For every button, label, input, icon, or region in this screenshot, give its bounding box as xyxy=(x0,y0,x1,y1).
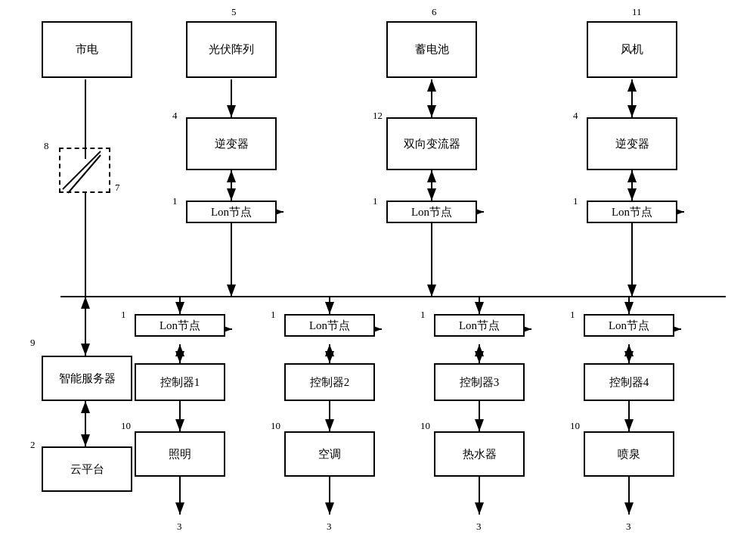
label-3b: 3 xyxy=(327,521,332,533)
label-1b: 1 xyxy=(373,195,378,207)
label-1d: 1 xyxy=(121,309,126,321)
fengji-box: 风机 xyxy=(587,21,677,78)
kongtiao-box: 空调 xyxy=(284,431,375,477)
label-10d: 10 xyxy=(570,420,580,432)
label-1a: 1 xyxy=(172,195,178,207)
switch-symbol xyxy=(59,148,110,193)
kongzhiqi4-label: 控制器4 xyxy=(609,375,649,390)
kongzhiqi4-box: 控制器4 xyxy=(584,363,674,401)
guangfu-label: 光伏阵列 xyxy=(209,42,254,57)
lon6-box: Lon节点 xyxy=(434,314,525,337)
xudianchi-label: 蓄电池 xyxy=(415,42,449,57)
label-1g: 1 xyxy=(570,309,575,321)
biandianqi1-box: 逆变器 xyxy=(186,117,277,170)
kongzhiqi3-box: 控制器3 xyxy=(434,363,525,401)
biandianqi2-box: 双向变流器 xyxy=(386,117,477,170)
lon3-label: Lon节点 xyxy=(612,205,652,219)
label-3c: 3 xyxy=(476,521,482,533)
label-1c: 1 xyxy=(573,195,578,207)
label-1f: 1 xyxy=(420,309,426,321)
biandianqi1-label: 逆变器 xyxy=(215,137,249,151)
lon4-box: Lon节点 xyxy=(135,314,225,337)
label-10b: 10 xyxy=(271,420,280,432)
label-10c: 10 xyxy=(420,420,430,432)
yunpingtai-label: 云平台 xyxy=(70,462,104,477)
svg-line-41 xyxy=(63,151,101,189)
shidian-box: 市电 xyxy=(42,21,132,78)
lon6-label: Lon节点 xyxy=(459,319,500,333)
kongzhiqi1-box: 控制器1 xyxy=(135,363,225,401)
label-6: 6 xyxy=(432,6,437,18)
zhineng-label: 智能服务器 xyxy=(59,372,116,386)
kongtiao-label: 空调 xyxy=(318,447,341,462)
guangfu-box: 光伏阵列 xyxy=(186,21,277,78)
kongzhiqi2-box: 控制器2 xyxy=(284,363,375,401)
label-1e: 1 xyxy=(271,309,276,321)
zhaoming-box: 照明 xyxy=(135,431,225,477)
kongzhiqi3-label: 控制器3 xyxy=(460,375,500,390)
reshuiqi-label: 热水器 xyxy=(463,447,497,462)
biandianqi3-box: 逆变器 xyxy=(587,117,677,170)
shidian-label: 市电 xyxy=(76,42,98,57)
zhaoming-label: 照明 xyxy=(169,447,191,462)
zhineng-box: 智能服务器 xyxy=(42,356,132,401)
lon7-label: Lon节点 xyxy=(609,319,649,333)
lon3-box: Lon节点 xyxy=(587,201,677,223)
label-8: 8 xyxy=(44,140,49,152)
kongzhiqi1-label: 控制器1 xyxy=(160,375,200,390)
lon2-label: Lon节点 xyxy=(411,205,452,219)
kongzhiqi2-label: 控制器2 xyxy=(310,375,350,390)
lon1-label: Lon节点 xyxy=(211,205,252,219)
label-5: 5 xyxy=(231,6,237,18)
yunpingtai-box: 云平台 xyxy=(42,446,132,492)
penshui-box: 喷泉 xyxy=(584,431,674,477)
label-12: 12 xyxy=(373,110,383,122)
lon7-box: Lon节点 xyxy=(584,314,674,337)
label-4b: 4 xyxy=(573,110,578,122)
label-10a: 10 xyxy=(121,420,131,432)
label-3d: 3 xyxy=(626,521,631,533)
diagram: 市电 光伏阵列 蓄电池 风机 逆变器 双向变流器 逆变器 Lon节点 Lon节点… xyxy=(0,0,756,538)
xudianchi-box: 蓄电池 xyxy=(386,21,477,78)
label-4a: 4 xyxy=(172,110,178,122)
lon2-box: Lon节点 xyxy=(386,201,477,223)
label-11: 11 xyxy=(632,6,642,18)
lon5-box: Lon节点 xyxy=(284,314,375,337)
reshuiqi-box: 热水器 xyxy=(434,431,525,477)
lon4-label: Lon节点 xyxy=(160,319,200,333)
label-9: 9 xyxy=(30,337,36,349)
label-2: 2 xyxy=(30,439,36,451)
biandianqi3-label: 逆变器 xyxy=(615,137,649,151)
label-3a: 3 xyxy=(177,521,182,533)
lon1-box: Lon节点 xyxy=(186,201,277,223)
penshui-label: 喷泉 xyxy=(618,447,640,462)
lon5-label: Lon节点 xyxy=(309,319,350,333)
biandianqi2-label: 双向变流器 xyxy=(404,137,460,151)
fengji-label: 风机 xyxy=(621,42,643,57)
label-7: 7 xyxy=(115,182,120,194)
